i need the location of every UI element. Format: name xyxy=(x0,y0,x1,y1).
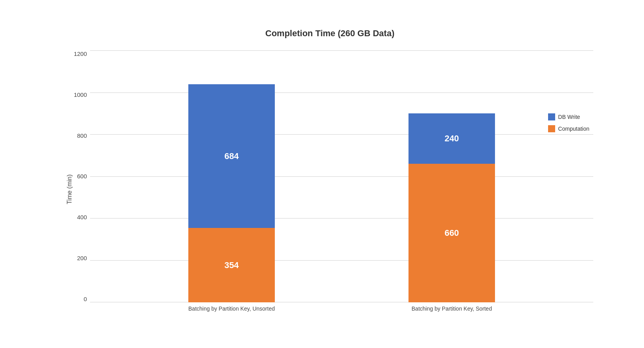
chart-title: Completion Time (260 GB Data) xyxy=(66,28,593,39)
y-tick-200: 200 xyxy=(77,255,87,261)
y-tick-1200: 1200 xyxy=(74,50,87,57)
computation-value-unsorted: 354 xyxy=(224,260,239,270)
stacked-bar-sorted: 240 660 xyxy=(408,113,495,302)
legend-label-db-write: DB Write xyxy=(558,114,580,120)
computation-value-sorted: 660 xyxy=(445,228,459,238)
db-write-value-sorted: 240 xyxy=(445,133,459,144)
db-write-segment-sorted: 240 xyxy=(408,113,495,164)
legend: DB Write Computation xyxy=(548,113,589,132)
computation-segment-unsorted: 354 xyxy=(188,228,275,302)
y-axis-label: Time (min) xyxy=(66,174,73,204)
db-write-segment-unsorted: 684 xyxy=(188,84,275,228)
legend-label-computation: Computation xyxy=(558,126,589,132)
x-label-unsorted: Batching by Partition Key, Unsorted xyxy=(188,302,275,318)
computation-segment-sorted: 660 xyxy=(408,164,495,302)
chart-area: Time (min) 1200 1000 800 600 400 200 0 xyxy=(66,50,593,318)
x-labels: Batching by Partition Key, Unsorted Batc… xyxy=(90,302,593,318)
db-write-value-unsorted: 684 xyxy=(224,151,239,161)
legend-item-computation: Computation xyxy=(548,125,589,132)
plot-area: 684 354 240 xyxy=(90,50,593,318)
y-tick-600: 600 xyxy=(77,173,87,180)
chart-container: Completion Time (260 GB Data) Time (min)… xyxy=(27,13,617,335)
y-tick-0: 0 xyxy=(84,296,87,302)
bars-container: 684 354 240 xyxy=(90,50,593,302)
bar-group-unsorted: 684 354 xyxy=(188,84,275,302)
bar-group-sorted: 240 660 xyxy=(408,113,495,302)
y-tick-400: 400 xyxy=(77,214,87,220)
y-tick-800: 800 xyxy=(77,132,87,139)
legend-color-computation xyxy=(548,125,555,132)
legend-item-db-write: DB Write xyxy=(548,113,589,120)
legend-color-db-write xyxy=(548,113,555,120)
y-tick-1000: 1000 xyxy=(74,91,87,98)
stacked-bar-unsorted: 684 354 xyxy=(188,84,275,302)
x-label-sorted: Batching by Partition Key, Sorted xyxy=(408,302,495,318)
